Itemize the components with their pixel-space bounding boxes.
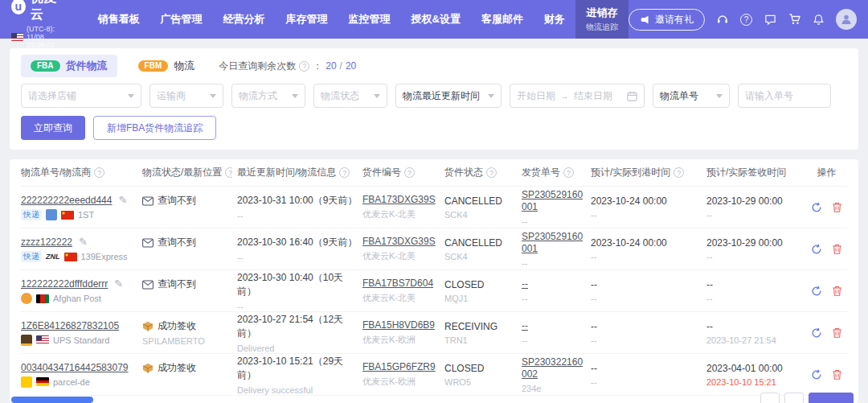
calendar-icon xyxy=(627,91,637,101)
tracking-number-link[interactable]: 1Z6E84126827832105 xyxy=(21,320,119,331)
delete-icon[interactable] xyxy=(832,327,842,339)
fbm-badge: FBM xyxy=(138,60,169,72)
nav-auth-settings[interactable]: 授权&设置 xyxy=(401,0,471,39)
dispatch-number-link[interactable]: -- xyxy=(522,278,528,290)
number-type-select[interactable]: 物流单号 xyxy=(653,84,730,108)
logistics-info: -- xyxy=(237,211,358,220)
last-update-time: 2023-10-30 16:40（9天前） xyxy=(237,236,358,249)
carrier-name: parcel-de xyxy=(53,377,90,387)
column-info-icon[interactable]: ? xyxy=(404,167,415,178)
chevron-down-icon xyxy=(210,94,216,98)
tracking-number-link[interactable]: zzzz122222 xyxy=(21,236,72,248)
refresh-icon[interactable] xyxy=(811,286,822,297)
dispatch-sub-text: -- xyxy=(522,216,586,226)
logistics-status-select[interactable]: 物流状态 xyxy=(313,84,387,108)
search-button[interactable]: 立即查询 xyxy=(21,116,85,140)
refresh-icon[interactable] xyxy=(811,369,822,380)
tab-fba-shipment-logistics[interactable]: FBA 货件物流 xyxy=(21,55,117,77)
nav-business-analysis[interactable]: 经营分析 xyxy=(213,0,276,39)
nav-finance[interactable]: 财务 xyxy=(534,0,575,39)
nav-monitoring-management[interactable]: 监控管理 xyxy=(338,0,401,39)
time-type-select[interactable]: 物流最近更新时间 xyxy=(395,84,502,108)
column-info-icon[interactable]: ? xyxy=(486,167,497,178)
express-tag: 快递 xyxy=(21,209,42,220)
logistics-status-text: 成功签收 xyxy=(158,361,196,375)
column-info-icon[interactable]: ? xyxy=(94,167,104,178)
shipment-id-link[interactable]: FBA15H8VD6B9 xyxy=(362,319,435,331)
logistics-info: -- xyxy=(237,302,358,311)
dispatch-number-link[interactable]: SP230529160001 xyxy=(522,231,586,255)
shop-select[interactable]: 请选择店铺 xyxy=(21,84,141,108)
carrier-name: 1ST xyxy=(78,210,94,220)
dispatch-number-link[interactable]: -- xyxy=(522,320,528,332)
carrier-logo-icon xyxy=(21,293,32,304)
pagination-confirm-button[interactable] xyxy=(809,393,854,403)
edit-icon[interactable]: ✎ xyxy=(118,194,127,206)
nav-inventory-management[interactable]: 库存管理 xyxy=(276,0,338,39)
edit-icon[interactable]: ✎ xyxy=(79,236,88,248)
cart-icon[interactable] xyxy=(788,13,801,27)
pagination-prev-button[interactable] xyxy=(760,393,780,403)
nav-customer-email[interactable]: 客服邮件 xyxy=(471,0,534,39)
edit-icon[interactable]: ✎ xyxy=(114,278,123,290)
carrier-country-flag-icon xyxy=(64,253,77,261)
shipment-id-link[interactable]: FBA173DXG39S xyxy=(362,236,436,247)
pagination-page-button[interactable] xyxy=(784,393,804,403)
nav-purchase-sales-inventory[interactable]: 进销存 物流追踪 xyxy=(575,0,628,39)
refresh-icon[interactable] xyxy=(811,244,822,255)
column-info-icon[interactable]: ? xyxy=(674,167,684,178)
sign-time-estimated: -- xyxy=(706,279,801,290)
invite-reward-button[interactable]: 邀请有礼 xyxy=(628,9,705,31)
tracking-number-input[interactable] xyxy=(738,84,831,108)
quota-info-icon[interactable]: ? xyxy=(299,61,309,72)
feedback-icon[interactable] xyxy=(764,13,777,27)
logistics-method-select[interactable]: 物流方式 xyxy=(231,84,305,108)
user-avatar[interactable] xyxy=(836,9,857,30)
add-fba-tracking-button[interactable]: 新增FBA货件物流追踪 xyxy=(93,116,216,140)
column-info-icon[interactable]: ? xyxy=(225,167,232,178)
dispatch-number-link[interactable]: SP230529160001 xyxy=(522,189,586,213)
delete-icon[interactable] xyxy=(832,286,842,297)
pagination-bar xyxy=(760,393,854,403)
shipment-id-link[interactable]: FBA17BS7D604 xyxy=(362,278,433,289)
nav-ad-management[interactable]: 广告管理 xyxy=(150,0,213,39)
column-info-icon[interactable]: ? xyxy=(563,167,574,178)
tracking-number-link[interactable]: 122222222dfffdderrr xyxy=(21,278,108,290)
tabs-row: FBA 货件物流 FBM 物流 今日查询剩余次数 ? ： 20 / 20 xyxy=(21,55,847,77)
shop-name: 优麦云K-欧洲 xyxy=(362,334,440,346)
shipment-id-link[interactable]: FBA15GP6FZR9 xyxy=(362,361,436,372)
tracking-number-link[interactable]: 222222222eeedd444 xyxy=(21,195,112,206)
bell-icon[interactable] xyxy=(812,13,825,27)
column-info-icon[interactable]: ? xyxy=(339,167,350,178)
delete-icon[interactable] xyxy=(832,244,842,255)
carrier-select[interactable]: 运输商 xyxy=(149,84,223,108)
dispatch-number-link[interactable]: SP230322160002 xyxy=(522,356,586,380)
carrier-name: Afghan Post xyxy=(53,294,101,303)
dispatch-sub-text: 234e xyxy=(522,384,586,393)
customer-service-icon[interactable] xyxy=(715,13,729,27)
tracking-number-link[interactable]: 00340434716442583079 xyxy=(21,362,128,373)
shipment-status-code: WRO5 xyxy=(444,377,517,387)
horizontal-scrollbar-thumb[interactable] xyxy=(11,397,93,403)
tab-fbm-logistics[interactable]: FBM 物流 xyxy=(129,55,205,77)
refresh-icon[interactable] xyxy=(811,202,822,213)
chevron-down-icon xyxy=(716,94,723,98)
logistics-info: Delivered xyxy=(237,343,358,353)
delete-icon[interactable] xyxy=(832,202,842,213)
fba-badge: FBA xyxy=(31,60,60,72)
eta-actual: -- xyxy=(591,210,702,220)
logistics-status-text: 成功签收 xyxy=(158,319,196,333)
help-icon[interactable]: ? xyxy=(739,13,753,27)
shipment-status-code: SCK4 xyxy=(444,210,517,220)
date-range-picker[interactable]: 开始日期 → 结束日期 xyxy=(510,84,645,108)
express-tag: 快递 xyxy=(21,251,42,262)
shop-name: 优麦云K-北美 xyxy=(362,292,440,304)
nav-sales-dashboard[interactable]: 销售看板 xyxy=(88,0,150,39)
refresh-icon[interactable] xyxy=(811,327,822,339)
filters-row: 请选择店铺 运输商 物流方式 物流状态 物流最近更新时间 开始日期 → 结束日期… xyxy=(21,84,847,108)
delivered-package-icon xyxy=(142,363,154,373)
delete-icon[interactable] xyxy=(832,369,842,380)
shipment-id-link[interactable]: FBA173DXG39S xyxy=(362,194,436,205)
carrier-logo-icon: ZNL xyxy=(46,251,60,262)
chevron-down-icon xyxy=(488,94,494,98)
